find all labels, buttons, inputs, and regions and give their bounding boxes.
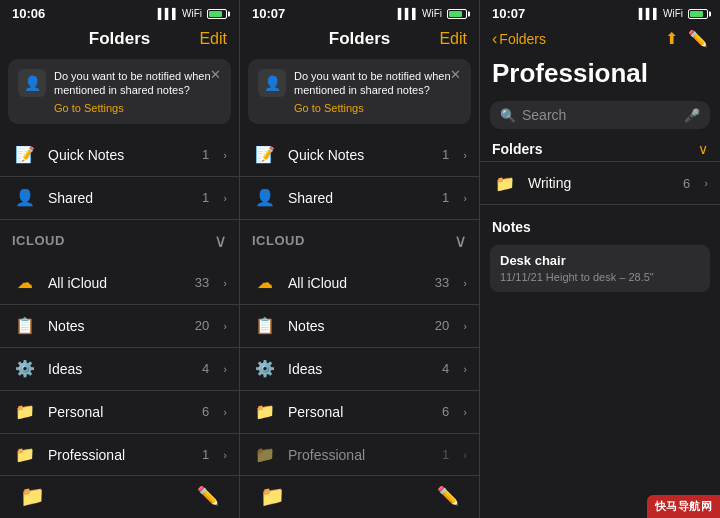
- tab-bar-1: 📁 ✏️: [0, 475, 239, 518]
- notif-link-1[interactable]: Go to Settings: [54, 102, 221, 114]
- notif-link-2[interactable]: Go to Settings: [294, 102, 461, 114]
- back-label-3: Folders: [499, 31, 546, 47]
- all-icloud-label-1: All iCloud: [48, 275, 185, 291]
- writing-folder-icon-3: 📁: [492, 170, 518, 196]
- icloud-toggle-1[interactable]: ∨: [214, 230, 227, 252]
- shared-item-2[interactable]: 👤 Shared 1 ›: [240, 177, 479, 220]
- notes-chevron-1: ›: [223, 320, 227, 332]
- status-bar-3: 10:07 ▌▌▌ WiFi: [480, 0, 720, 25]
- share-icon-3[interactable]: ⬆: [665, 29, 678, 48]
- search-placeholder-3: Search: [522, 107, 678, 123]
- scroll-content-1[interactable]: 📝 Quick Notes 1 › 👤 Shared 1 › iCloud ∨ …: [0, 128, 239, 475]
- shared-item-1[interactable]: 👤 Shared 1 ›: [0, 177, 239, 220]
- folders-section-chevron-3[interactable]: ∨: [698, 141, 708, 157]
- ideas-item-1[interactable]: ⚙️ Ideas 4 ›: [0, 348, 239, 391]
- status-bar-2: 10:07 ▌▌▌ WiFi: [240, 0, 479, 25]
- personal-label-1: Personal: [48, 404, 192, 420]
- icloud-toggle-2[interactable]: ∨: [454, 230, 467, 252]
- note-card-title-3: Desk chair: [500, 253, 700, 268]
- nav-bar-1: Folders Edit: [0, 25, 239, 55]
- tab-compose-icon-1[interactable]: ✏️: [197, 485, 219, 507]
- search-bar-3[interactable]: 🔍 Search 🎤: [490, 101, 710, 129]
- notif-content-1: Do you want to be notified when mentione…: [54, 69, 221, 114]
- panel-3: 10:07 ▌▌▌ WiFi ‹ Folders ⬆ ✏️ Profession…: [480, 0, 720, 518]
- shared-count-1: 1: [202, 190, 209, 205]
- quick-notes-chevron-1: ›: [223, 149, 227, 161]
- pinned-section-2: 📝 Quick Notes 1 › 👤 Shared 1 ›: [240, 134, 479, 220]
- tab-folder-icon-1[interactable]: 📁: [20, 484, 45, 508]
- notes-label-1: Notes: [48, 318, 185, 334]
- all-icloud-label-2: All iCloud: [288, 275, 425, 291]
- status-time-1: 10:06: [12, 6, 45, 21]
- writing-folder-item-3[interactable]: 📁 Writing 6 ›: [480, 162, 720, 205]
- all-icloud-icon-1: ☁: [12, 270, 38, 296]
- tab-compose-icon-2[interactable]: ✏️: [437, 485, 459, 507]
- personal-chevron-1: ›: [223, 406, 227, 418]
- note-card-3[interactable]: Desk chair 11/11/21 Height to desk – 28.…: [490, 245, 710, 292]
- battery-icon-2: [447, 9, 467, 19]
- notification-banner-1: 👤 Do you want to be notified when mentio…: [8, 59, 231, 124]
- edit-button-2[interactable]: Edit: [427, 30, 467, 48]
- quick-notes-count-2: 1: [442, 147, 449, 162]
- notes-section-3: Notes: [480, 213, 720, 239]
- ideas-count-1: 4: [202, 361, 209, 376]
- shared-count-2: 1: [442, 190, 449, 205]
- back-button-3[interactable]: ‹ Folders: [492, 30, 546, 48]
- notes-label-2: Notes: [288, 318, 425, 334]
- all-icloud-chevron-1: ›: [223, 277, 227, 289]
- professional-chevron-2: ›: [463, 449, 467, 461]
- all-icloud-item-1[interactable]: ☁ All iCloud 33 ›: [0, 262, 239, 305]
- scroll-content-2[interactable]: 📝 Quick Notes 1 › 👤 Shared 1 › iCloud ∨ …: [240, 128, 479, 475]
- personal-count-2: 6: [442, 404, 449, 419]
- pinned-section-1: 📝 Quick Notes 1 › 👤 Shared 1 ›: [0, 134, 239, 220]
- ideas-icon-1: ⚙️: [12, 356, 38, 382]
- quick-notes-chevron-2: ›: [463, 149, 467, 161]
- quick-notes-label-2: Quick Notes: [288, 147, 432, 163]
- all-icloud-count-2: 33: [435, 275, 449, 290]
- mic-icon-3[interactable]: 🎤: [684, 108, 700, 123]
- battery-icon-3: [688, 9, 708, 19]
- professional-item-2[interactable]: 📁 Professional 1 ›: [240, 434, 479, 475]
- quick-notes-item-2[interactable]: 📝 Quick Notes 1 ›: [240, 134, 479, 177]
- all-icloud-icon-2: ☁: [252, 270, 278, 296]
- watermark: 快马导航网: [647, 495, 721, 518]
- ideas-chevron-1: ›: [223, 363, 227, 375]
- status-time-3: 10:07: [492, 6, 525, 21]
- shared-icon-1: 👤: [12, 185, 38, 211]
- compose-icon-3[interactable]: ✏️: [688, 29, 708, 48]
- all-icloud-count-1: 33: [195, 275, 209, 290]
- professional-item-1[interactable]: 📁 Professional 1 ›: [0, 434, 239, 475]
- notif-close-1[interactable]: ✕: [210, 67, 221, 82]
- ideas-item-2[interactable]: ⚙️ Ideas 4 ›: [240, 348, 479, 391]
- quick-notes-item-1[interactable]: 📝 Quick Notes 1 ›: [0, 134, 239, 177]
- professional-label-2: Professional: [288, 447, 432, 463]
- battery-fill-1: [209, 11, 222, 17]
- notes-item-2[interactable]: 📋 Notes 20 ›: [240, 305, 479, 348]
- personal-icon-2: 📁: [252, 399, 278, 425]
- personal-item-2[interactable]: 📁 Personal 6 ›: [240, 391, 479, 434]
- ideas-label-2: Ideas: [288, 361, 432, 377]
- edit-button-1[interactable]: Edit: [187, 30, 227, 48]
- wifi-icon-3: WiFi: [663, 8, 683, 19]
- nav-icons-3: ⬆ ✏️: [665, 29, 708, 48]
- all-icloud-item-2[interactable]: ☁ All iCloud 33 ›: [240, 262, 479, 305]
- all-icloud-chevron-2: ›: [463, 277, 467, 289]
- signal-icon-1: ▌▌▌: [158, 8, 179, 19]
- personal-item-1[interactable]: 📁 Personal 6 ›: [0, 391, 239, 434]
- notif-close-2[interactable]: ✕: [450, 67, 461, 82]
- notes-item-1[interactable]: 📋 Notes 20 ›: [0, 305, 239, 348]
- shared-label-2: Shared: [288, 190, 432, 206]
- icloud-title-2: iCloud: [252, 233, 305, 248]
- notif-icon-2: 👤: [258, 69, 286, 97]
- folders-section-title-3: Folders: [492, 141, 543, 157]
- personal-count-1: 6: [202, 404, 209, 419]
- status-icons-3: ▌▌▌ WiFi: [639, 8, 708, 19]
- icloud-header-1: iCloud ∨: [0, 220, 239, 256]
- search-icon-3: 🔍: [500, 108, 516, 123]
- tab-folder-icon-2[interactable]: 📁: [260, 484, 285, 508]
- icloud-section-1: ☁ All iCloud 33 › 📋 Notes 20 › ⚙️ Ideas …: [0, 262, 239, 475]
- signal-icon-3: ▌▌▌: [639, 8, 660, 19]
- panel-1: 10:06 ▌▌▌ WiFi Folders Edit 👤 Do you wan…: [0, 0, 240, 518]
- status-bar-1: 10:06 ▌▌▌ WiFi: [0, 0, 239, 25]
- panel-2: 10:07 ▌▌▌ WiFi Folders Edit 👤 Do you wan…: [240, 0, 480, 518]
